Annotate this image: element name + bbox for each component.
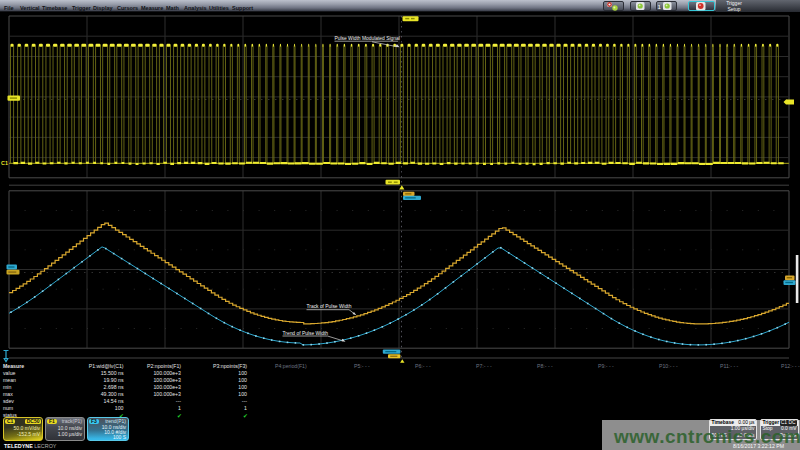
svg-text:Track of Pulse Width: Track of Pulse Width <box>307 304 352 309</box>
svg-text:1: 1 <box>658 4 662 10</box>
svg-text:Pulse Width Modulated Signal: Pulse Width Modulated Signal <box>335 36 400 41</box>
svg-text:C1: C1 <box>1 160 8 166</box>
svg-text:Trend of Pulse Width: Trend of Pulse Width <box>283 331 329 336</box>
